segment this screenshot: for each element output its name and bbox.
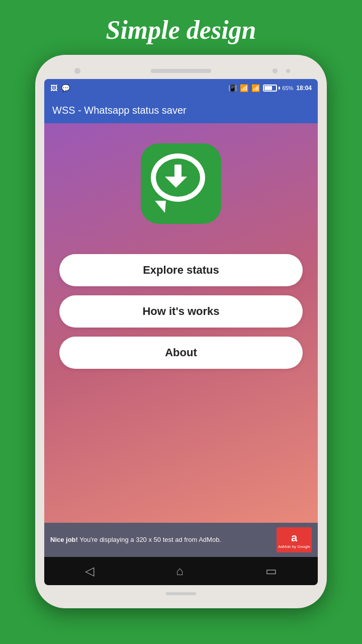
status-bar-right: 📳 📶 📶 65% 18:04	[228, 84, 312, 92]
app-bar-title: WSS - Whatsapp status saver	[52, 105, 187, 116]
wifi-icon: 📶	[240, 84, 248, 92]
ad-banner: Nice job! You're displaying a 320 x 50 t…	[44, 523, 318, 557]
admob-logo: a AdMob by Google	[277, 527, 312, 552]
about-button[interactable]: About	[59, 337, 303, 369]
nav-bar: ◁ ⌂ ▭	[44, 557, 318, 585]
explore-status-button[interactable]: Explore status	[59, 254, 303, 286]
back-button[interactable]: ◁	[85, 564, 94, 578]
phone-screen: 🖼 💬 📳 📶 📶 65% 18:04 WSS - Whatsapp sta	[44, 79, 318, 585]
menu-buttons: Explore status How it's works About	[59, 254, 303, 369]
side-dot	[286, 69, 290, 73]
home-indicator	[166, 592, 196, 595]
messenger-icon: 💬	[61, 84, 70, 92]
ad-body-text: You're displaying a 320 x 50 test ad fro…	[79, 536, 221, 543]
app-logo	[141, 143, 221, 224]
battery-fill	[264, 86, 272, 90]
recent-button[interactable]: ▭	[265, 564, 277, 578]
logo-inner	[151, 153, 211, 214]
app-bar: WSS - Whatsapp status saver	[44, 97, 318, 123]
battery-box	[263, 85, 277, 92]
arrow-shaft	[174, 165, 182, 178]
chat-bubble-tail	[155, 201, 166, 213]
image-icon: 🖼	[50, 84, 57, 92]
battery-tip	[279, 87, 280, 90]
status-bar-left: 🖼 💬	[50, 84, 70, 92]
vibrate-icon: 📳	[228, 84, 237, 92]
ad-text: Nice job! You're displaying a 320 x 50 t…	[50, 535, 221, 544]
phone-top-bar	[44, 64, 318, 79]
phone-device: 🖼 💬 📳 📶 📶 65% 18:04 WSS - Whatsapp sta	[35, 55, 327, 608]
battery-indicator: 65%	[263, 85, 293, 92]
ad-bold-text: Nice job!	[50, 536, 78, 543]
status-bar: 🖼 💬 📳 📶 📶 65% 18:04	[44, 79, 318, 97]
speaker	[151, 69, 211, 73]
time-display: 18:04	[296, 85, 312, 92]
app-content: Explore status How it's works About	[44, 123, 318, 523]
page-title: Simple design	[106, 0, 256, 55]
camera-icon	[74, 68, 80, 74]
home-button[interactable]: ⌂	[176, 564, 184, 578]
battery-percent: 65%	[282, 85, 293, 91]
front-sensor-icon	[273, 68, 278, 73]
phone-bottom-bar	[44, 585, 318, 599]
how-it-works-button[interactable]: How it's works	[59, 295, 303, 328]
admob-icon: a	[291, 531, 297, 544]
arrow-head	[165, 177, 187, 188]
admob-label: AdMob by Google	[278, 544, 310, 549]
signal-icon: 📶	[251, 84, 260, 92]
